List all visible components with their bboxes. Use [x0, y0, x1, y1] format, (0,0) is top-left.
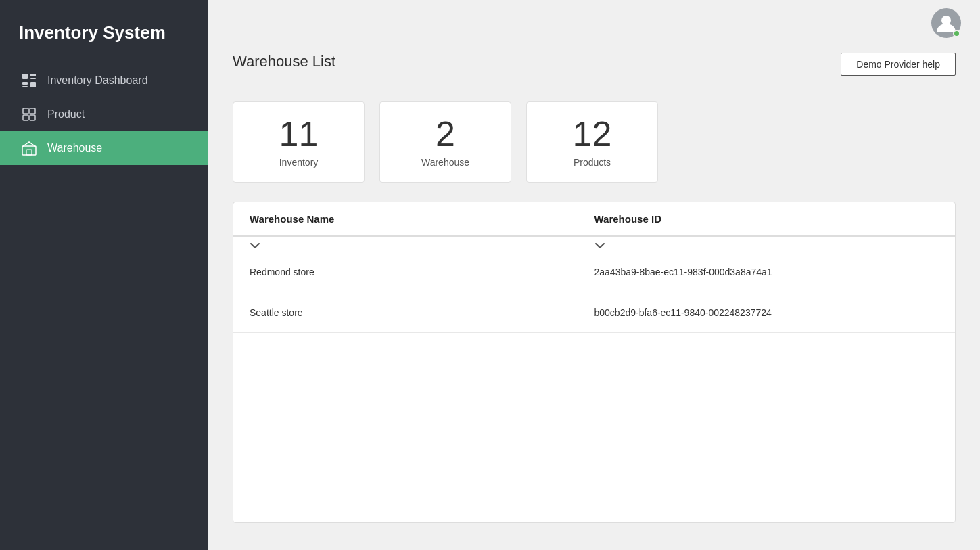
stat-number-products: 12: [573, 116, 612, 152]
sort-chevron-id[interactable]: [594, 237, 939, 252]
page-content: Warehouse List Demo Provider help 11 Inv…: [208, 42, 980, 550]
col-header-name: Warehouse Name: [250, 213, 594, 225]
sidebar: Inventory System Inventory Dashboard: [0, 0, 208, 550]
sort-chevron-name[interactable]: [250, 237, 594, 252]
sidebar-nav: Inventory Dashboard Product: [0, 64, 208, 165]
sort-chevrons-row: [233, 237, 955, 252]
sidebar-item-product[interactable]: Product: [0, 97, 208, 131]
svg-rect-7: [30, 108, 35, 114]
app-title: Inventory System: [0, 0, 208, 64]
svg-rect-6: [23, 108, 28, 114]
svg-rect-9: [30, 115, 35, 120]
stat-label-warehouse: Warehouse: [421, 157, 469, 168]
warehouse-icon: [22, 141, 37, 156]
svg-rect-1: [30, 74, 36, 76]
svg-rect-4: [22, 86, 28, 87]
status-indicator: [953, 30, 960, 37]
svg-rect-11: [26, 150, 32, 155]
help-button[interactable]: Demo Provider help: [841, 53, 956, 76]
svg-rect-3: [22, 82, 28, 85]
stat-card-warehouse: 2 Warehouse: [379, 101, 511, 183]
table-row[interactable]: Seattle store b00cb2d9-bfa6-ec11-9840-00…: [233, 292, 955, 333]
cell-id-1: b00cb2d9-bfa6-ec11-9840-002248237724: [594, 307, 939, 318]
cell-name-1: Seattle store: [250, 307, 594, 318]
sidebar-item-label-dashboard: Inventory Dashboard: [47, 74, 148, 87]
sidebar-item-warehouse[interactable]: Warehouse: [0, 131, 208, 165]
top-bar: [208, 0, 980, 42]
svg-rect-8: [23, 115, 28, 120]
user-avatar[interactable]: [931, 8, 961, 38]
main-content: Warehouse List Demo Provider help 11 Inv…: [208, 0, 980, 550]
cell-id-0: 2aa43ba9-8bae-ec11-983f-000d3a8a74a1: [594, 267, 939, 277]
sidebar-item-label-warehouse: Warehouse: [47, 142, 102, 154]
cell-name-0: Redmond store: [250, 267, 594, 277]
stat-card-products: 12 Products: [526, 101, 658, 183]
stats-row: 11 Inventory 2 Warehouse 12 Products: [233, 101, 956, 183]
stat-number-warehouse: 2: [436, 116, 455, 152]
product-icon: [22, 107, 37, 122]
warehouse-table: Warehouse Name Warehouse ID Redmon: [233, 202, 956, 523]
svg-rect-2: [30, 78, 36, 79]
sidebar-item-label-product: Product: [47, 108, 85, 120]
table-empty-space: [233, 333, 955, 522]
table-row[interactable]: Redmond store 2aa43ba9-8bae-ec11-983f-00…: [233, 252, 955, 292]
stat-card-inventory: 11 Inventory: [233, 101, 365, 183]
sidebar-item-inventory-dashboard[interactable]: Inventory Dashboard: [0, 64, 208, 97]
col-header-id: Warehouse ID: [594, 213, 939, 225]
stat-label-inventory: Inventory: [279, 157, 319, 168]
stat-number-inventory: 11: [279, 116, 319, 152]
stat-label-products: Products: [574, 157, 611, 168]
page-title: Warehouse List: [233, 53, 335, 70]
svg-rect-10: [22, 146, 36, 155]
svg-rect-5: [30, 82, 36, 87]
svg-point-12: [941, 16, 951, 25]
dashboard-icon: [22, 73, 37, 88]
svg-rect-0: [22, 74, 28, 79]
table-header: Warehouse Name Warehouse ID: [233, 202, 955, 237]
